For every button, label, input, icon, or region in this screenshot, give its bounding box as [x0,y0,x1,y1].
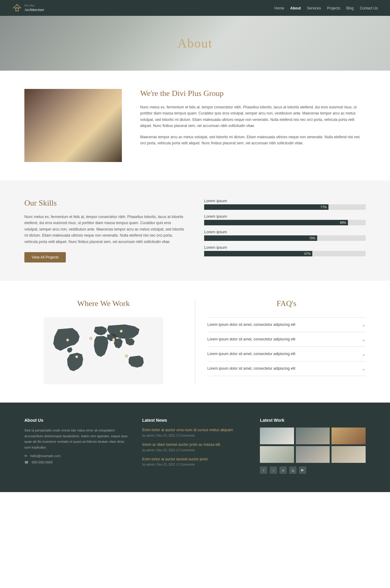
faq-item[interactable]: Lorem ipsum dolor sit amet, consectetur … [207,361,366,376]
skill-bar-fill: 89% [204,220,348,225]
view-all-projects-button[interactable]: View All Projects [24,252,66,262]
gallery-item[interactable] [332,446,366,463]
skill-bar-fill: 77% [204,204,328,210]
faq-question: Lorem ipsum dolor sit amet, consectetur … [207,337,296,341]
footer-about-text: Sed ut perspiciatis unde omnis iste natu… [24,428,130,450]
instagram-icon[interactable]: ig [289,467,296,474]
about-para2: Maecenas tempor arcu ac metus volutpat, … [140,134,366,146]
skill-bar-item: Lorem ipsum 89% [204,214,366,225]
faq-question: Lorem ipsum dolor sit amet, consectetur … [207,366,296,371]
footer-about: About Us Sed ut perspiciatis unde omnis … [24,418,130,474]
faq-section: FAQ's Lorem ipsum dolor sit amet, consec… [195,299,366,376]
nav-home[interactable]: Home [275,6,284,10]
faq-question: Lorem ipsum dolor sit amet, consectetur … [207,352,296,356]
nav-services[interactable]: Services [307,6,321,10]
skill-label: Lorem ipsum [204,199,366,203]
skill-percent: 89% [340,221,346,224]
faq-item[interactable]: Lorem ipsum dolor sit amet, consectetur … [207,332,366,347]
skill-label: Lorem ipsum [204,214,366,219]
gallery-item[interactable] [332,428,366,444]
gallery-item[interactable] [296,446,330,463]
skill-percent: 67% [304,252,310,255]
about-para1: Nunc metus ex, fermentum et felis at, te… [140,104,366,129]
site-logo[interactable]: Divi Plus Architecture [12,3,44,13]
footer: About Us Sed ut perspiciatis unde omnis … [0,403,390,492]
skill-bar-fill: 70% [204,235,317,241]
about-image [24,89,122,162]
footer-about-heading: About Us [24,418,130,423]
gallery-item[interactable] [296,428,330,444]
gallery-item[interactable] [260,446,294,463]
skills-heading: Our Skills [24,199,186,208]
skill-bar-bg: 67% [204,251,366,256]
svg-point-9 [121,330,122,332]
news-meta: by admin | Nov 23, 2021 | 0 Comments [142,449,248,452]
news-link[interactable]: lorem ac diam laoreet auctor proin ac ma… [142,442,248,447]
skills-right: Lorem ipsum 77% Lorem ipsum 89% Lorem ip… [204,199,366,261]
svg-point-5 [67,339,69,341]
footer-phone: 000-000-0000 [32,460,53,464]
skill-bar-fill: 67% [204,251,312,256]
skill-bar-bg: 89% [204,220,366,225]
world-map [24,317,183,384]
nav-blog[interactable]: Blog [346,6,354,10]
facebook-icon[interactable]: f [260,467,267,474]
news-link[interactable]: Enim tortor at auctor laoreet auctor pro… [142,457,248,462]
footer-phone-row: ☎ 000-000-0000 [24,460,130,464]
linkedin-icon[interactable]: in [279,467,287,474]
footer-news-list: Enim tortor at auctor urna nunc id cursu… [142,428,248,466]
nav-contact[interactable]: Contact Us [360,6,378,10]
footer-grid: About Us Sed ut perspiciatis unde omnis … [24,418,366,474]
skill-bar-item: Lorem ipsum 77% [204,199,366,210]
news-item: lorem ac diam laoreet auctor proin ac ma… [142,442,248,452]
navigation: Divi Plus Architecture Home About Servic… [0,0,390,16]
skill-bar-item: Lorem ipsum 67% [204,245,366,256]
svg-point-11 [113,339,114,340]
faq-heading: FAQ's [207,299,366,308]
about-image-inner [24,89,122,162]
faq-item[interactable]: Lorem ipsum dolor sit amet, consectetur … [207,317,366,332]
skill-percent: 70% [309,237,315,240]
footer-email-row: ✉ hello@example.com [24,454,130,458]
skill-bar-item: Lorem ipsum 70% [204,230,366,241]
hero-section: About [0,16,390,71]
svg-point-13 [126,355,127,357]
skill-bar-bg: 70% [204,235,366,241]
logo-tagline: Divi Plus [24,4,44,7]
twitter-icon[interactable]: t [270,467,277,474]
faq-item[interactable]: Lorem ipsum dolor sit amet, consectetur … [207,347,366,361]
footer-news: Latest News Enim tortor at auctor urna n… [142,418,248,474]
footer-email: hello@example.com [30,454,61,458]
chevron-down-icon: ⌄ [362,322,366,328]
nav-projects[interactable]: Projects [327,6,340,10]
chevron-down-icon: ⌄ [362,366,366,371]
email-icon: ✉ [24,454,27,458]
news-link[interactable]: Enim tortor at auctor urna nunc id cursu… [142,428,248,433]
chevron-down-icon: ⌄ [362,351,366,357]
skill-bar-bg: 77% [204,204,366,210]
about-text: We're the Divi Plus Group Nunc metus ex,… [140,89,366,151]
faq-list: Lorem ipsum dolor sit amet, consectetur … [207,317,366,376]
news-item: Enim tortor at auctor urna nunc id cursu… [142,428,248,437]
chevron-down-icon: ⌄ [362,336,366,342]
where-we-work: Where We Work [24,299,195,384]
skill-label: Lorem ipsum [204,245,366,250]
svg-point-7 [90,338,92,339]
about-section: We're the Divi Plus Group Nunc metus ex,… [0,71,390,180]
nav-links-list: Home About Services Projects Blog Contac… [275,5,378,11]
faq-question: Lorem ipsum dolor sit amet, consectetur … [207,322,296,327]
skills-description: Nunc metus ex, fermentum et felis at, te… [24,214,186,245]
social-links: f t in ig ▶ [260,467,366,474]
svg-point-15 [76,356,77,357]
phone-icon: ☎ [24,460,29,464]
news-meta: by admin | Nov 23, 2021 | 0 Comments [142,434,248,437]
footer-work-heading: Latest Work [260,418,366,423]
nav-about[interactable]: About [290,6,301,10]
skills-left: Our Skills Nunc metus ex, fermentum et f… [24,199,186,262]
footer-work: Latest Work f t in ig ▶ [260,418,366,474]
logo-name: Architecture [24,7,44,12]
gallery-item[interactable] [260,428,294,444]
work-faq-section: Where We Work [0,281,390,403]
news-item: Enim tortor at auctor laoreet auctor pro… [142,457,248,467]
youtube-icon[interactable]: ▶ [299,467,306,474]
